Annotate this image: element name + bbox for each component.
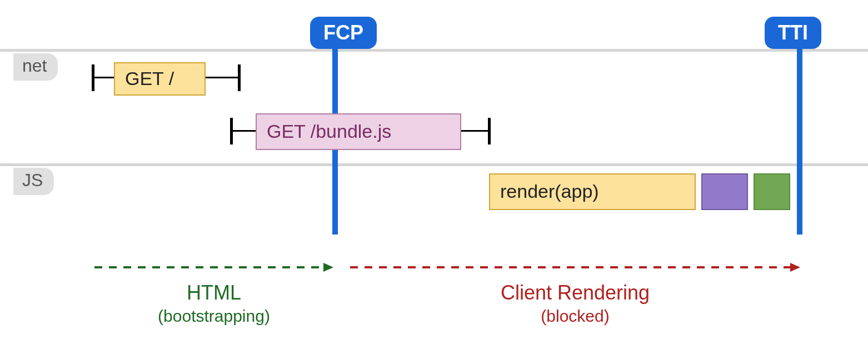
- svg-marker-1: [323, 263, 333, 272]
- render-app-box: render(app): [489, 173, 696, 210]
- get-root-whisker-end-cap: [238, 64, 241, 91]
- html-phase-arrow: [94, 259, 333, 276]
- client-rendering-phase-sub: (blocked): [350, 307, 800, 326]
- get-bundle-whisker-end: [461, 130, 489, 132]
- get-root-request-box: GET /: [114, 62, 206, 96]
- render-app-label: render(app): [500, 181, 599, 202]
- html-phase-title: HTML: [94, 281, 333, 305]
- get-bundle-request-box: GET /bundle.js: [256, 113, 461, 150]
- lane-label-net: net: [13, 53, 58, 81]
- get-root-whisker-start: [92, 77, 114, 78]
- get-bundle-whisker-start: [230, 130, 256, 132]
- rendering-timeline-diagram: net JS FCP TTI GET / GET /bundle.js rend…: [0, 0, 868, 349]
- js-task-purple: [701, 173, 748, 210]
- html-phase-label-group: HTML (bootstrapping): [94, 281, 333, 326]
- tti-marker-label: TTI: [765, 17, 821, 49]
- get-root-whisker-end: [206, 77, 239, 78]
- html-phase-sub: (bootstrapping): [94, 307, 333, 326]
- fcp-marker-label: FCP: [310, 17, 377, 49]
- lane-label-js: JS: [13, 168, 54, 195]
- get-root-label: GET /: [125, 68, 174, 89]
- lane-mid-line: [0, 163, 868, 166]
- tti-marker-line: [797, 49, 802, 235]
- get-bundle-label: GET /bundle.js: [267, 121, 391, 142]
- get-bundle-whisker-end-cap: [488, 118, 491, 144]
- client-rendering-phase-label-group: Client Rendering (blocked): [350, 281, 800, 326]
- svg-marker-3: [790, 263, 800, 272]
- js-task-green: [754, 173, 790, 210]
- client-rendering-phase-title: Client Rendering: [350, 281, 800, 305]
- client-rendering-phase-arrow: [350, 259, 800, 276]
- lane-top-line: [0, 49, 868, 52]
